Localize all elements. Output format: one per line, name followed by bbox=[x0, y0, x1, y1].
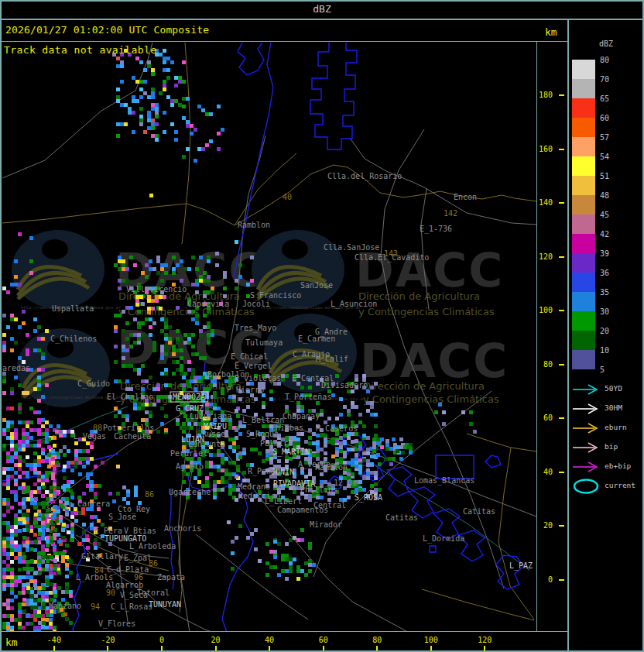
map-label: Potrerillos bbox=[103, 424, 154, 432]
map-label: Zapata bbox=[157, 573, 185, 582]
bottom-axis-tick-label: 80 bbox=[363, 636, 391, 644]
map-label: 94 bbox=[91, 602, 100, 611]
map-label: M_Calif bbox=[316, 355, 348, 364]
map-label: Uspallata bbox=[52, 304, 94, 313]
map-label: aredas bbox=[2, 364, 30, 372]
bottom-axis-tick-label: -40 bbox=[40, 636, 68, 644]
bottom-axis-tick-label: 120 bbox=[471, 636, 498, 644]
svg-text:y Contingencias Climáticas: y Contingencias Climáticas bbox=[363, 393, 499, 405]
map-label: Russel bbox=[202, 430, 230, 438]
map-label: Divisadero bbox=[321, 381, 368, 389]
colorbar-segment bbox=[572, 273, 595, 292]
bottom-axis-tick-label: -20 bbox=[94, 636, 122, 644]
legend-ellipse-icon bbox=[571, 479, 602, 494]
map-label: Clla.del_Rosario bbox=[327, 172, 402, 181]
border-top bbox=[0, 0, 644, 2]
map-label: Medrano bbox=[238, 482, 270, 491]
bottom-axis-tick bbox=[323, 646, 324, 650]
panel-divider bbox=[567, 19, 569, 650]
legend-label: eb+bip bbox=[605, 462, 631, 470]
colorbar-value-label: 57 bbox=[600, 134, 609, 142]
bottom-axis-tick bbox=[484, 646, 485, 650]
right-axis-tick-label: 20 bbox=[536, 521, 553, 530]
colorbar-segment bbox=[572, 214, 595, 234]
colorbar-segment bbox=[572, 350, 595, 369]
colorbar-value-label: 30 bbox=[600, 308, 609, 316]
right-axis-tick bbox=[559, 256, 564, 258]
map-label: Capdevila bbox=[187, 300, 229, 308]
map-label: E_1-736 bbox=[420, 225, 452, 234]
bottom-axis-tick-label: 20 bbox=[202, 636, 230, 644]
radar-map-canvas[interactable]: DACCDirección de Agriculturay Contingenc… bbox=[2, 43, 536, 631]
map-label: Manzano bbox=[49, 602, 81, 610]
colorbar-segment bbox=[572, 156, 595, 176]
map-label: Gltallary bbox=[81, 552, 123, 561]
legend-arrow-icon bbox=[571, 459, 602, 475]
colorbar-segment bbox=[572, 98, 595, 118]
right-axis-tick bbox=[559, 94, 564, 96]
legend-item-eburn: eburn bbox=[571, 420, 642, 436]
map-label: C_L_Rosas bbox=[111, 602, 152, 612]
colorbar-segment bbox=[572, 195, 595, 214]
colorbar-value-label: 35 bbox=[600, 289, 609, 297]
colorbar-value-label: 51 bbox=[600, 173, 609, 180]
legend-arrow-icon bbox=[571, 420, 602, 436]
map-label: 40 bbox=[283, 193, 292, 201]
right-axis-tick-label: 160 bbox=[536, 145, 553, 153]
svg-text:y Contingencias Climáticas: y Contingencias Climáticas bbox=[358, 306, 495, 317]
legend-item-30HM: 30HM bbox=[571, 401, 642, 417]
map-label: Agrelo bbox=[176, 462, 204, 471]
map-label: Palmira bbox=[260, 439, 293, 448]
radar-app-window: dBZ 2026/01/27 01:02:00 UTC Composite km… bbox=[0, 0, 644, 652]
legend-item-bip: bip bbox=[571, 440, 642, 455]
window-title: dBZ bbox=[0, 0, 644, 19]
colorbar-value-label: 80 bbox=[600, 57, 609, 64]
map-label: TUNUYAN bbox=[149, 600, 181, 609]
map-label: MENDOZA bbox=[173, 393, 205, 401]
map-label: S_ROSA bbox=[355, 493, 382, 503]
bottom-axis-tick-label: 40 bbox=[255, 636, 283, 644]
map-label: T_Porteñas bbox=[285, 393, 331, 402]
right-axis-tick bbox=[559, 149, 564, 150]
bottom-axis-tick bbox=[269, 646, 270, 650]
colorbar-segment bbox=[572, 234, 595, 253]
right-axis-tick-label: 80 bbox=[536, 360, 553, 369]
colorbar-value-label: 65 bbox=[600, 95, 609, 103]
map-label: Clla.SanJose bbox=[324, 243, 379, 252]
map-label: Jocoli bbox=[242, 300, 270, 308]
map-label: Anchoris bbox=[164, 524, 201, 533]
right-axis-tick-label: 180 bbox=[536, 91, 553, 99]
svg-text:Dirección de Agricultura: Dirección de Agricultura bbox=[363, 380, 485, 392]
legend-label: current bbox=[605, 481, 635, 489]
bottom-axis-tick bbox=[53, 646, 55, 650]
right-axis-tick bbox=[559, 364, 564, 365]
map-label: 143 bbox=[384, 249, 398, 258]
map-label: R_Peñaf bbox=[248, 467, 280, 476]
colorbar-segment bbox=[572, 137, 595, 156]
map-label: Perdriel bbox=[170, 449, 207, 458]
colorbar-value-label: 10 bbox=[600, 347, 609, 355]
map-label: Ramblon bbox=[238, 221, 270, 229]
bottom-axis-tick-label: 0 bbox=[148, 636, 176, 644]
map-label: L_Arboleda bbox=[129, 542, 176, 551]
colorbar-value-label: 42 bbox=[600, 231, 609, 238]
legend-arrow-icon bbox=[571, 382, 602, 397]
colorbar-segment bbox=[572, 331, 595, 350]
right-axis-tick bbox=[559, 417, 564, 419]
map-label: Phillips bbox=[300, 486, 337, 494]
map-label: Chapanay bbox=[283, 412, 320, 420]
map-label: L_PAZ bbox=[509, 561, 533, 571]
colorbar-value-label: 54 bbox=[600, 153, 609, 161]
map-label: 90 bbox=[106, 589, 115, 597]
map-label: E_Carmen bbox=[298, 335, 335, 344]
map-label: C_Guido bbox=[77, 379, 110, 389]
legend-label: 50YD bbox=[605, 384, 622, 393]
map-label: Mirador bbox=[310, 520, 342, 529]
legend-label: eburn bbox=[605, 423, 627, 431]
bottom-axis-unit-label: km bbox=[5, 637, 18, 648]
map-label: Campamentos bbox=[277, 506, 328, 514]
right-axis-tick-label: 0 bbox=[536, 575, 553, 584]
map-label: Ramblon bbox=[315, 463, 348, 472]
legend-item-50YD: 50YD bbox=[571, 382, 642, 397]
right-axis-tick bbox=[559, 525, 564, 527]
